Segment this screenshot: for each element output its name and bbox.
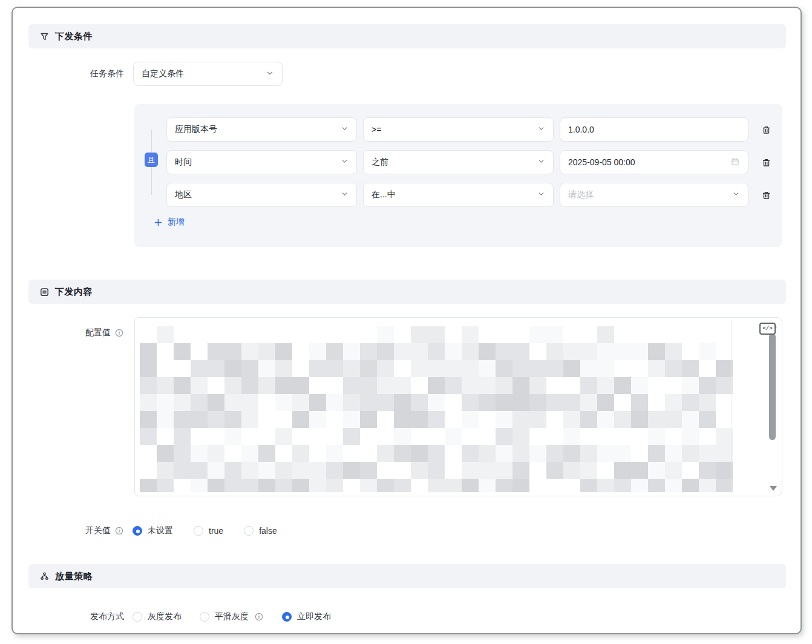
trash-icon <box>761 157 771 168</box>
page: 下发条件 任务条件 自定义条件 且 应用版本号 >= 1.0.0.0 <box>0 0 812 644</box>
condition-operator-value: >= <box>372 125 381 134</box>
radio-option-label: 立即发布 <box>297 611 331 622</box>
radio-option[interactable]: 立即发布 <box>282 611 331 622</box>
condition-operator-select[interactable]: >= <box>363 117 554 142</box>
task-condition-select[interactable]: 自定义条件 <box>133 62 283 86</box>
info-icon <box>114 328 124 338</box>
chevron-down-icon <box>341 157 349 167</box>
scrollbar-down-arrow[interactable] <box>770 486 777 491</box>
add-condition-button[interactable]: 新增 <box>154 217 185 228</box>
chevron-down-icon <box>341 190 349 200</box>
delete-condition-button[interactable] <box>759 156 773 169</box>
radio-option[interactable]: true <box>194 526 223 536</box>
trash-icon <box>761 190 771 200</box>
publish-mode-label-row: 发布方式 <box>13 610 124 624</box>
radio-option[interactable]: false <box>244 526 277 536</box>
form-card: 下发条件 任务条件 自定义条件 且 应用版本号 >= 1.0.0.0 <box>11 7 802 634</box>
chevron-down-icon <box>266 69 274 79</box>
condition-field-value: 时间 <box>175 157 192 168</box>
radio-option-label: 灰度发布 <box>148 611 182 622</box>
section-rollout-title: 放量策略 <box>55 571 93 582</box>
condition-datetime-value: 2025-09-05 00:00 <box>568 157 635 167</box>
publish-mode-label: 发布方式 <box>90 611 124 622</box>
condition-operator-value: 之前 <box>372 157 388 168</box>
document-icon <box>39 287 50 297</box>
radio-option[interactable]: 未设置 <box>133 525 173 536</box>
condition-field-select[interactable]: 时间 <box>166 150 357 174</box>
radio-button[interactable] <box>200 612 209 622</box>
condition-field-select[interactable]: 应用版本号 <box>166 117 357 142</box>
delete-condition-button[interactable] <box>759 123 773 136</box>
task-condition-label-row: 任务条件 <box>13 67 124 81</box>
code-view-button[interactable]: </> <box>759 323 776 335</box>
config-value-label: 配置值 <box>85 327 111 338</box>
condition-field-value: 应用版本号 <box>175 124 217 135</box>
radio-option[interactable]: 灰度发布 <box>133 611 182 622</box>
chevron-down-icon <box>537 157 545 167</box>
radio-button[interactable] <box>133 526 142 536</box>
scrollbar-thumb[interactable] <box>769 334 776 440</box>
trash-icon <box>761 125 771 135</box>
condition-value-select[interactable]: 请选择 <box>560 183 748 207</box>
calendar-icon <box>730 157 740 168</box>
info-icon <box>254 612 264 622</box>
config-value-label-row: 配置值 <box>13 326 124 340</box>
chevron-down-icon <box>732 190 740 200</box>
chevron-down-icon <box>341 125 349 134</box>
condition-operator-select[interactable]: 在...中 <box>363 183 554 207</box>
condition-group-panel: 且 应用版本号 >= 1.0.0.0 时间 之前 <box>134 104 782 247</box>
plus-icon <box>154 218 163 227</box>
condition-operator-value: 在...中 <box>372 189 396 200</box>
radio-option-label: false <box>259 526 277 536</box>
radio-option[interactable]: 平滑灰度 <box>200 611 264 622</box>
radio-option-label: true <box>209 526 223 536</box>
radio-button[interactable] <box>244 526 254 536</box>
condition-field-value: 地区 <box>175 189 192 200</box>
condition-field-select[interactable]: 地区 <box>166 183 357 207</box>
task-condition-label: 任务条件 <box>90 68 124 79</box>
radio-option-label: 未设置 <box>148 525 173 536</box>
section-content-title: 下发内容 <box>55 286 93 298</box>
condition-datetime-picker[interactable]: 2025-09-05 00:00 <box>560 150 748 174</box>
delete-condition-button[interactable] <box>759 188 773 202</box>
config-editor-mosaic <box>140 326 733 492</box>
switch-value-radio-row: 未设置 true false <box>133 524 277 538</box>
info-icon <box>114 526 124 536</box>
filter-icon <box>39 31 50 42</box>
condition-value-placeholder: 请选择 <box>568 189 594 200</box>
radio-button[interactable] <box>133 612 142 622</box>
publish-mode-radio-row: 灰度发布 平滑灰度 立即发布 <box>133 610 331 624</box>
section-rollout-header: 放量策略 <box>28 564 786 588</box>
logic-and-badge: 且 <box>145 153 158 167</box>
editor-gutter-divider <box>732 320 732 493</box>
condition-operator-select[interactable]: 之前 <box>363 150 554 174</box>
section-conditions-header: 下发条件 <box>28 24 786 48</box>
section-conditions-title: 下发条件 <box>55 31 93 42</box>
radio-option-label: 平滑灰度 <box>215 611 249 622</box>
radio-button[interactable] <box>282 612 292 622</box>
condition-value-input[interactable]: 1.0.0.0 <box>560 117 748 142</box>
config-value-editor[interactable]: </> <box>134 317 782 496</box>
sitemap-icon <box>39 571 50 582</box>
task-condition-value: 自定义条件 <box>142 68 184 79</box>
condition-value: 1.0.0.0 <box>568 125 594 134</box>
chevron-down-icon <box>537 190 545 200</box>
radio-button[interactable] <box>194 526 203 536</box>
section-content-header: 下发内容 <box>28 280 786 304</box>
chevron-down-icon <box>537 125 545 134</box>
switch-value-label: 开关值 <box>85 525 111 536</box>
add-condition-label: 新增 <box>168 217 185 228</box>
switch-value-label-row: 开关值 <box>13 524 124 538</box>
